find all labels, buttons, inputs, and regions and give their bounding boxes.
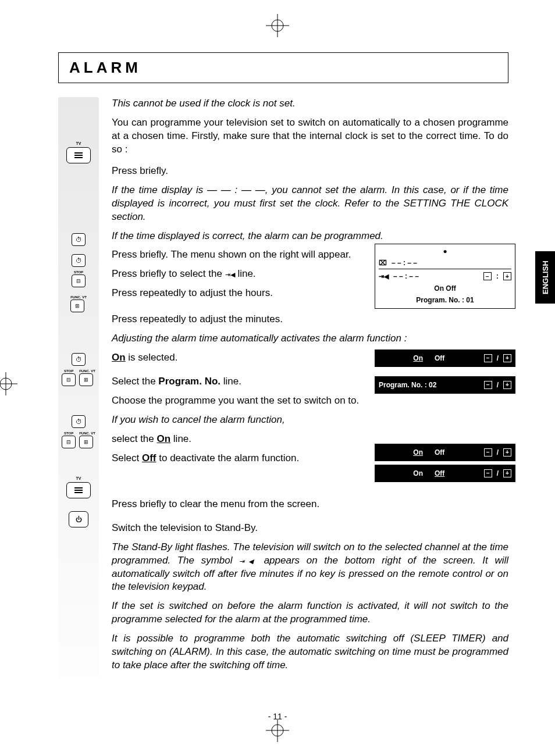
step-standby: Switch the television to Stand-By. — [112, 522, 508, 535]
register-mark-bottom — [266, 719, 289, 742]
page-heading: ALARM — [69, 59, 497, 77]
sel-off-pre: Select — [112, 452, 142, 463]
on-selected-post: is selected. — [126, 352, 178, 363]
plus-box-1: + — [503, 354, 511, 362]
func-vt-button-icon-3: ⊞ — [79, 436, 93, 448]
tv-button-icon — [66, 147, 91, 163]
language-tab: ENGLISH — [535, 251, 555, 304]
osd-row-prog: Program. No. : 02 −/+ — [375, 376, 515, 394]
on-selected-bold: On — [112, 352, 126, 363]
standby-button-icon: ⏻ — [69, 511, 88, 527]
osd-on-2: On — [413, 448, 423, 457]
intro-note: This cannot be used if the clock is not … — [112, 97, 508, 110]
minus-box-1: − — [484, 354, 492, 362]
minus-box-2: − — [484, 381, 492, 389]
sel-on-bold: On — [157, 433, 171, 444]
clock-button-icon-4: ⏱ — [72, 415, 86, 428]
osd-off-2: Off — [435, 448, 444, 457]
func-vt-label-2: FUNC. VT — [79, 369, 95, 373]
step-clear-menu: Press briefly to clear the menu from the… — [112, 498, 508, 511]
plus-box: + — [503, 272, 511, 280]
step-auto-activate: Adjusting the alarm time automatically a… — [112, 332, 508, 345]
alarm-line-icon: ⇥◀ — [225, 271, 235, 278]
alarm-symbol-icon: ⇥◀ — [239, 558, 257, 565]
osd-row-onoff-2: On Off −/+ — [375, 444, 515, 461]
func-vt-label-3: FUNC. VT — [79, 432, 95, 435]
stop-label-3: STOP — [62, 432, 76, 435]
clock-button-icon-2: ⏱ — [72, 254, 86, 267]
osd-row-onoff-1: On Off −/+ — [375, 350, 515, 367]
osd-clock-time: – – : – – — [392, 258, 417, 268]
text-column: This cannot be used if the clock is not … — [112, 97, 508, 678]
func-vt-button-icon: ⊞ — [70, 299, 84, 312]
step-select-line-pre: Press briefly to select the — [112, 268, 225, 279]
power-icon: ⏻ — [76, 516, 82, 523]
plus-box-3: + — [503, 448, 511, 457]
sel-prog-bold: Program. No. — [158, 376, 220, 387]
register-mark-side — [0, 372, 17, 395]
sel-on-pre: select the — [112, 433, 157, 444]
no-alarm-icon: ⌧ — [379, 258, 387, 268]
osd-menu-box: ● ⌧ – – : – – ⇥◀ – – : – – −:+ On Off Pr… — [375, 244, 515, 309]
osd-off-1: Off — [435, 354, 444, 362]
step-time-warning: If the time display is — — : — —, you ca… — [112, 184, 508, 224]
sel-on-post: line. — [170, 433, 191, 444]
step-choose-prog: Choose the programme you want the set to… — [112, 394, 508, 408]
osd-prog: Program. No. : 01 — [379, 295, 511, 305]
minus-box-4: − — [484, 469, 492, 477]
stop-button-icon-2: ⊟ — [62, 373, 76, 386]
step-time-ok: If the time displayed is correct, the al… — [112, 230, 508, 243]
minus-box-3: − — [484, 448, 492, 457]
step-select-line-suf: line. — [237, 268, 255, 279]
page-number: - 11 - — [268, 712, 287, 721]
sel-prog-pre: Select the — [112, 376, 158, 387]
func-vt-label: FUNC. VT — [70, 295, 87, 299]
slash-4: / — [497, 469, 499, 478]
osd-row-onoff-3: On Off −/+ — [375, 465, 515, 482]
stop-button-icon-3: ⊟ — [62, 436, 76, 448]
sel-off-post: to deactivate the alarm function. — [156, 452, 300, 463]
osd-prog-row: Program. No. : 02 — [379, 380, 479, 390]
icon-column: ⏱ ⏱ STOP ⊟ FUNC. VT ⊞ ⏱ — [58, 97, 99, 678]
menu-lines-icon-2 — [73, 487, 84, 494]
step-cancel-note: If you wish to cancel the alarm function… — [112, 413, 508, 427]
clock-button-icon: ⏱ — [72, 233, 86, 246]
osd-off-3: Off — [435, 469, 444, 477]
sel-prog-post: line. — [220, 376, 241, 387]
plus-box-4: + — [503, 469, 511, 477]
tv-button-icon-2 — [66, 482, 91, 498]
step-adjust-minutes: Press repeatedly to adjust the minutes. — [112, 313, 508, 326]
menu-lines-icon — [73, 152, 84, 159]
func-vt-button-icon-2: ⊞ — [79, 373, 93, 386]
plus-box-2: + — [503, 381, 511, 389]
colon-box: : — [496, 272, 499, 281]
intro-body: You can programme your television set to… — [112, 116, 508, 156]
slash-1: / — [497, 354, 499, 363]
minus-box: − — [483, 272, 492, 280]
slash-2: / — [497, 380, 499, 390]
slash-3: / — [497, 448, 499, 457]
no-switch-note: If the set is switched on before the ala… — [112, 600, 508, 626]
heading-box: ALARM — [58, 52, 508, 83]
stop-label-2: STOP — [62, 369, 76, 373]
both-note: It is possible to programme both the aut… — [112, 632, 508, 672]
stop-button-icon: ⊟ — [72, 274, 86, 287]
clock-dot-icon: ● — [443, 247, 447, 255]
clock-button-icon-3: ⏱ — [72, 353, 86, 366]
osd-onoff: On Off — [379, 284, 511, 293]
register-mark-top — [266, 14, 289, 37]
step-press-briefly-1: Press briefly. — [112, 165, 508, 178]
osd-on-1: On — [413, 354, 423, 362]
stop-label: STOP — [72, 270, 86, 274]
standby-note: The Stand-By light flashes. The televisi… — [112, 541, 508, 594]
osd-alarm-time: – – : – – — [393, 272, 419, 281]
osd-on-3: On — [413, 469, 423, 477]
alarm-row-icon: ⇥◀ — [379, 272, 389, 281]
sel-off-bold: Off — [142, 452, 156, 463]
